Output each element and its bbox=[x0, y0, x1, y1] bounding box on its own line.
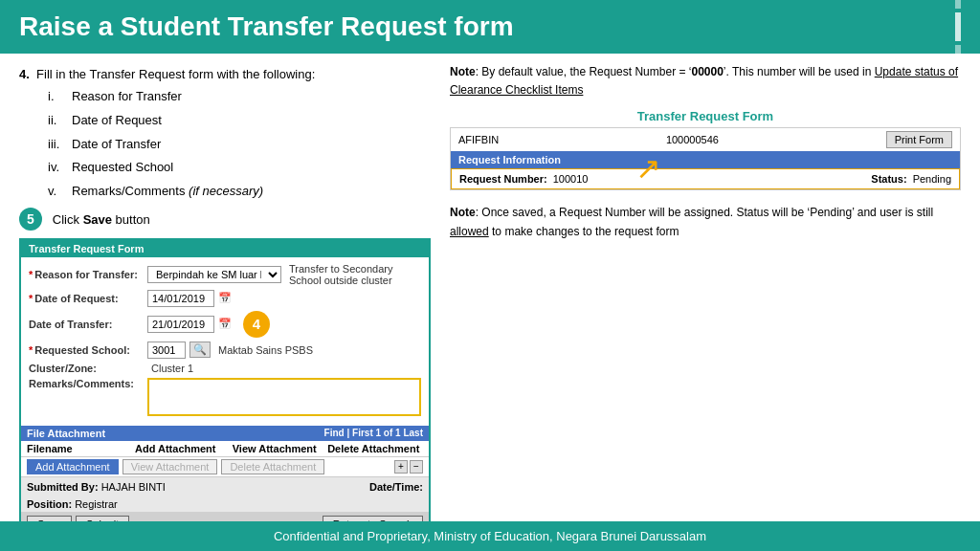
arrow-icon: ↗ bbox=[635, 150, 661, 187]
reason-label: Reason for Transfer: bbox=[29, 269, 144, 280]
page-title: Raise a Student Transfer Request form bbox=[19, 11, 514, 42]
header-decoration bbox=[955, 0, 961, 64]
list-item: i.Reason for Transfer bbox=[48, 85, 431, 109]
school-search-icon[interactable]: 🔍 bbox=[189, 342, 211, 358]
request-number-field: Request Number: 100010 bbox=[459, 173, 588, 185]
right-column: Note: By default value, the Request Numb… bbox=[450, 63, 961, 503]
note2: Note: Once saved, a Request Number will … bbox=[450, 204, 961, 242]
req-number-label: Request Number: bbox=[459, 173, 547, 185]
req-info-header: Request Information bbox=[451, 151, 960, 168]
status-field: Status: Pending bbox=[871, 173, 951, 185]
form-display-title: Transfer Request Form bbox=[450, 109, 961, 123]
date-transfer-row: Date of Transfer: 📅 4 bbox=[29, 311, 421, 338]
footer-text: Confidential and Proprietary, Ministry o… bbox=[274, 529, 706, 543]
find-btn[interactable]: Find bbox=[324, 428, 345, 438]
submitted-by: Submitted By: HAJAH BINTI bbox=[27, 481, 166, 493]
minus-btn[interactable]: − bbox=[410, 460, 423, 474]
display-topbar: AFIFBIN 100000546 Print Form bbox=[451, 128, 960, 151]
remarks-textarea[interactable] bbox=[147, 378, 421, 416]
add-attach-col: Add Attachment bbox=[126, 443, 226, 454]
form-header: Transfer Request Form bbox=[21, 240, 429, 257]
form-footer: Submitted By: HAJAH BINTI Date/Time: bbox=[21, 476, 429, 496]
remarks-row: Remarks/Comments: bbox=[29, 378, 421, 416]
page-header: Raise a Student Transfer Request form bbox=[0, 0, 980, 54]
date-transfer-label: Date of Transfer: bbox=[29, 319, 144, 330]
last-btn[interactable]: Last bbox=[403, 428, 423, 438]
step4-intro: 4. Fill in the Transfer Request form wit… bbox=[19, 63, 431, 85]
list-item: ii.Date of Request bbox=[48, 109, 431, 133]
org-id: AFIFBIN bbox=[458, 134, 499, 145]
filename-col: Filename bbox=[27, 443, 126, 454]
req-info-row: Request Number: 100010 ↗ Status: Pending bbox=[451, 168, 960, 189]
list-item: v.Remarks/Comments (if necessary) bbox=[48, 180, 431, 204]
status-value: Pending bbox=[913, 173, 951, 185]
date-request-input[interactable] bbox=[147, 290, 214, 307]
bar3 bbox=[955, 45, 961, 64]
list-item: iii.Date of Transfer bbox=[48, 133, 431, 157]
cluster-row: Cluster/Zone: Cluster 1 bbox=[29, 363, 421, 374]
step5-instruction: 5 Click Save button bbox=[19, 208, 431, 231]
plus-btn[interactable]: + bbox=[394, 460, 408, 474]
left-column: 4. Fill in the Transfer Request form wit… bbox=[19, 63, 431, 503]
school-label: Requested School: bbox=[29, 344, 144, 356]
delete-attach-col: Delete Attachment bbox=[324, 443, 424, 454]
file-nav-controls: Find | First 1 of 1 Last bbox=[324, 428, 423, 438]
bar1 bbox=[955, 0, 961, 9]
note1: Note: By default value, the Request Numb… bbox=[450, 63, 961, 99]
add-attachment-button[interactable]: Add Attachment bbox=[27, 459, 119, 474]
main-content: 4. Fill in the Transfer Request form wit… bbox=[0, 54, 980, 513]
step4-instructions: 4. Fill in the Transfer Request form wit… bbox=[19, 63, 431, 204]
delete-attachment-button[interactable]: Delete Attachment bbox=[221, 459, 324, 474]
step4-badge: 4 bbox=[243, 311, 270, 338]
school-name: Maktab Sains PSBS bbox=[218, 344, 313, 356]
req-number-top: 100000546 bbox=[666, 134, 719, 145]
form-body: Reason for Transfer: Berpindah ke SM lua… bbox=[21, 257, 429, 426]
transfer-request-form: Transfer Request Form Reason for Transfe… bbox=[19, 238, 431, 539]
file-table-header: Filename Add Attachment View Attachment … bbox=[21, 441, 429, 457]
request-display-form: AFIFBIN 100000546 Print Form Request Inf… bbox=[450, 127, 961, 190]
view-attachment-button[interactable]: View Attachment bbox=[122, 459, 218, 474]
page-footer: Confidential and Proprietary, Ministry o… bbox=[0, 521, 980, 551]
status-label: Status: bbox=[871, 173, 906, 185]
cluster-value: Cluster 1 bbox=[151, 363, 193, 374]
remarks-label: Remarks/Comments: bbox=[29, 378, 144, 389]
print-form-button[interactable]: Print Form bbox=[886, 131, 952, 148]
school-row: Requested School: 🔍 Maktab Sains PSBS bbox=[29, 342, 421, 359]
reason-hint: Transfer to Secondary School outside clu… bbox=[289, 263, 421, 286]
list-item: iv.Requested School bbox=[48, 156, 431, 180]
calendar-icon[interactable]: 📅 bbox=[218, 292, 232, 304]
reason-row: Reason for Transfer: Berpindah ke SM lua… bbox=[29, 263, 421, 286]
date-request-row: Date of Request: 📅 bbox=[29, 290, 421, 307]
position-row: Position: Registrar bbox=[21, 496, 429, 512]
date-time-field: Date/Time: bbox=[369, 481, 423, 493]
date-transfer-input[interactable] bbox=[147, 316, 214, 333]
date-request-label: Date of Request: bbox=[29, 293, 144, 304]
file-attachment-header: File Attachment Find | First 1 of 1 Last bbox=[21, 426, 429, 441]
first-btn[interactable]: First bbox=[352, 428, 373, 438]
bar2 bbox=[955, 12, 961, 41]
req-number-value: 100010 bbox=[553, 173, 589, 185]
reason-select[interactable]: Berpindah ke SM luar kluster bbox=[147, 266, 281, 283]
attach-btn-row: Add Attachment View Attachment Delete At… bbox=[21, 457, 429, 476]
step4-list: i.Reason for Transfer ii.Date of Request… bbox=[19, 85, 431, 203]
school-input[interactable] bbox=[147, 342, 186, 359]
calendar2-icon[interactable]: 📅 bbox=[218, 318, 232, 330]
cluster-label: Cluster/Zone: bbox=[29, 363, 144, 374]
step5-badge: 5 bbox=[19, 208, 42, 231]
view-attach-col: View Attachment bbox=[225, 443, 324, 454]
plus-minus-controls: + − bbox=[394, 459, 423, 474]
